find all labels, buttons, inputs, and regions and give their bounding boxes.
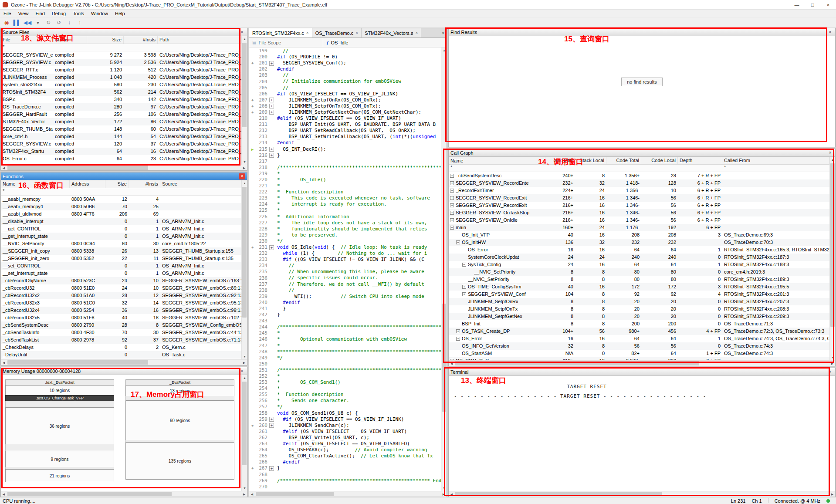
expand-icon[interactable]: + <box>450 203 454 207</box>
power-button[interactable]: ◉ <box>2 18 11 27</box>
refresh-button[interactable]: ↻ <box>44 18 53 27</box>
minimize-button[interactable]: — <box>789 0 805 10</box>
menu-view[interactable]: View <box>15 10 32 17</box>
vertical-scrollbar[interactable]: ▲ ▼ <box>241 375 247 491</box>
call-graph-row[interactable]: −main160+241 176-1926 + FP <box>449 224 829 231</box>
call-graph-row[interactable]: +SEGGER_SYSVIEW_Conf104892924RTOSInit_ST… <box>449 291 829 298</box>
call-graph-row[interactable]: SystemCoreClockUpdat24242402400RTOSInit_… <box>449 254 829 261</box>
table-row[interactable]: _CheckDelays02OS_Kern.c <box>1 344 241 351</box>
table-row[interactable]: __get_interrupt_state01OS_ARMv7M_Init.c <box>1 233 241 240</box>
scrollbar-thumb[interactable] <box>242 43 247 127</box>
functions-column-header[interactable]: Name Address Size #Insts Source <box>1 180 241 188</box>
scrollbar-thumb[interactable] <box>242 187 247 318</box>
table-row[interactable]: __set_CONTROL01OS_ARMv7M_Init.c <box>1 262 241 270</box>
fold-icon[interactable]: + <box>269 466 274 471</box>
close-icon[interactable]: × <box>827 369 833 375</box>
call-graph-row[interactable]: +SEGGER_SYSVIEW_RecordExit216+161 346-56… <box>449 194 829 202</box>
horizontal-scrollbar[interactable]: ◀ ▶ <box>1 359 247 365</box>
column-insts[interactable]: #Insts <box>129 180 160 188</box>
table-row[interactable]: __SEGGER_init_copy0800 53382613SEGGER_TH… <box>1 247 241 255</box>
menu-window[interactable]: Window <box>88 10 112 17</box>
table-row[interactable]: SEGGER_SYSVIEW.ccompiled12037C:/Users/Ni… <box>1 140 241 148</box>
fold-icon[interactable]: + <box>269 153 274 158</box>
scroll-down-button[interactable]: ▼ <box>242 159 247 165</box>
scroll-left-button[interactable]: ◀ <box>449 491 454 497</box>
scroll-right-button[interactable]: ▶ <box>829 361 835 366</box>
fold-icon[interactable]: + <box>269 61 274 66</box>
menu-find[interactable]: Find <box>32 10 48 17</box>
column-code-total[interactable]: Code Total <box>606 157 641 164</box>
call-graph-row[interactable]: __NVIC_SetPriority8880800core_cm4.h:2019… <box>449 268 829 276</box>
scrollbar-thumb[interactable] <box>256 492 334 496</box>
source-files-filter-row[interactable]: * <box>1 44 241 51</box>
scroll-right-button[interactable]: ▶ <box>441 491 447 497</box>
scroll-up-button[interactable]: ▲ <box>830 157 835 162</box>
call-graph-row[interactable]: __NVIC_SetPriority8880800RTOSInit_STM32F… <box>449 276 829 283</box>
scroll-up-button[interactable]: ▲ <box>242 375 247 381</box>
call-graph-row[interactable]: +_RecordExitTimer224+241 356-106 + R + F… <box>449 187 829 194</box>
call-graph-filter-row[interactable]: * * <box>449 165 829 172</box>
table-row[interactable]: __disable_interrupt01OS_ARMv7M_Init.c <box>1 218 241 225</box>
table-row[interactable]: __NVIC_SetPriority0800 0C948030core_cm4.… <box>1 240 241 247</box>
call-graph-row[interactable]: +SEGGER_SYSVIEW_RecordEnte232+321 418-12… <box>449 179 829 187</box>
file-scope-dropdown[interactable]: ▤ File Scope <box>249 38 323 47</box>
expand-icon[interactable]: + <box>450 189 454 193</box>
column-name[interactable]: Name <box>1 180 70 188</box>
restart-button[interactable]: ◀◀ <box>23 18 32 27</box>
expand-icon[interactable]: + <box>450 174 454 178</box>
call-graph-row[interactable]: +OS_TASK_Create_DP104+56980+4564 + FPOS_… <box>449 328 829 335</box>
filter-input[interactable]: * <box>449 165 545 172</box>
scroll-left-button[interactable]: ◀ <box>249 491 255 497</box>
breakpoint-marker[interactable]: ● <box>249 109 256 115</box>
source-files-column-header[interactable]: File Status Size #Insts Path <box>1 36 241 44</box>
code-area[interactable]: 199 //200#if (OS_PROFILE != 0)●201+ SEGG… <box>249 47 441 491</box>
menu-help[interactable]: Help <box>112 10 129 17</box>
horizontal-scrollbar[interactable]: ◀ ▶ <box>1 165 247 170</box>
menu-tools[interactable]: Tools <box>69 10 88 17</box>
fold-icon[interactable]: + <box>269 147 274 152</box>
table-row[interactable]: STM32F40x_Vectorcompiled17286C:/Users/Ni… <box>1 118 241 125</box>
filter-input[interactable]: * <box>722 165 728 172</box>
fold-icon[interactable]: + <box>269 245 274 250</box>
filter-input[interactable]: * <box>1 44 53 51</box>
fold-icon[interactable]: + <box>269 417 274 422</box>
expand-icon[interactable]: + <box>450 196 454 200</box>
tab-close-icon[interactable]: × <box>306 30 309 35</box>
function-dropdown[interactable]: ƒ OS_Idle <box>323 38 447 47</box>
fold-icon[interactable]: + <box>269 98 274 102</box>
column-called-from[interactable]: Called From <box>722 157 829 164</box>
call-graph-row[interactable]: JLINKMEM_SetpfGetNex8820200RTOSInit_STM3… <box>449 313 829 320</box>
close-icon[interactable]: × <box>827 29 833 35</box>
column-status[interactable]: Status <box>53 36 87 44</box>
column-code-local[interactable]: Code Local <box>641 157 678 164</box>
call-graph-row[interactable]: +OS_TIME_ConfigSysTim40161721723RTOSInit… <box>449 283 829 291</box>
scrollbar-thumb[interactable] <box>7 492 172 496</box>
table-row[interactable]: SEGGER_HardFaultcompiled256106C:/Users/N… <box>1 111 241 118</box>
table-row[interactable]: _cbRecordU32x20800 51A02812SEGGER_SYSVIE… <box>1 292 241 299</box>
tab-list-button[interactable]: ▾ <box>440 28 447 37</box>
horizontal-scrollbar[interactable]: ◀ ▶ <box>249 491 447 497</box>
expand-icon[interactable]: + <box>456 329 460 333</box>
tab-OS_TraceDemo.c[interactable]: OS_TraceDemo.c× <box>312 28 362 37</box>
call-graph-row[interactable]: +SEGGER_SYSVIEW_OnIdle216+161 346-566 + … <box>449 216 829 224</box>
column-size[interactable]: Size <box>105 180 129 188</box>
scrollbar-thumb[interactable] <box>7 360 148 365</box>
pc-arrow-icon[interactable]: ▶ <box>249 146 256 152</box>
scroll-left-button[interactable]: ◀ <box>1 491 7 497</box>
tab-close-icon[interactable]: × <box>355 30 358 35</box>
table-row[interactable]: _cbSendTaskList0800 29789237SEGGER_SYSVI… <box>1 336 241 344</box>
column-size[interactable]: Size <box>87 36 124 44</box>
call-graph-row[interactable]: −OS_InitHW13632232232OS_TraceDemo.c:70:3 <box>449 239 829 246</box>
breakpoint-marker[interactable]: ● <box>249 60 256 66</box>
breakpoint-marker[interactable]: ● <box>249 97 256 103</box>
call-graph-column-header[interactable]: Name ack Total Stack Local Code Total Co… <box>449 157 829 165</box>
scroll-left-button[interactable]: ◀ <box>449 361 454 366</box>
call-graph-row[interactable]: OS_Error161664641RTOSInit_STM32F4xx.c:16… <box>449 246 829 254</box>
fold-icon[interactable]: + <box>269 104 274 108</box>
scroll-down-button[interactable]: ▼ <box>242 485 247 491</box>
table-row[interactable]: SEGGER_THUMB_Stacompiled14860C:/Users/Ni… <box>1 125 241 133</box>
table-row[interactable]: __set_interrupt_state01OS_ARMv7M_Init.c <box>1 270 241 277</box>
table-row[interactable]: system_stm32f4xxcompiled580230C:/Users/N… <box>1 81 241 88</box>
breakpoint-marker[interactable]: ● <box>249 465 256 471</box>
close-button[interactable]: × <box>820 0 836 10</box>
